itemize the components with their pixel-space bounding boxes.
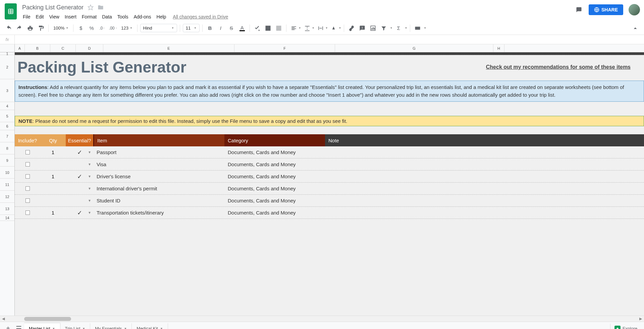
- category-cell[interactable]: Documents, Cards and Money: [224, 186, 325, 191]
- include-cell[interactable]: [15, 210, 40, 215]
- row-header-6[interactable]: 6: [0, 122, 14, 130]
- comments-icon[interactable]: [575, 5, 583, 14]
- scroll-left-icon[interactable]: ◀: [0, 317, 7, 321]
- category-cell[interactable]: Documents, Cards and Money: [224, 161, 325, 167]
- text-wrap-icon[interactable]: [316, 23, 325, 33]
- formula-input[interactable]: [15, 35, 644, 44]
- col-header-D[interactable]: D: [76, 44, 103, 52]
- decrease-decimal-icon[interactable]: .0←: [98, 23, 107, 33]
- menu-addons[interactable]: Add-ons: [131, 13, 154, 21]
- menu-edit[interactable]: Edit: [33, 13, 47, 21]
- qty-cell[interactable]: 1: [40, 210, 66, 216]
- item-cell[interactable]: Passport: [93, 149, 224, 155]
- keyboard-icon[interactable]: [413, 23, 422, 33]
- col-header-E[interactable]: E: [103, 44, 234, 52]
- save-status[interactable]: All changes saved in Drive: [173, 14, 228, 19]
- row-header-2[interactable]: 2: [0, 55, 14, 79]
- item-cell[interactable]: Student ID: [93, 198, 224, 203]
- functions-icon[interactable]: Σ: [394, 23, 403, 33]
- qty-cell[interactable]: 1: [40, 149, 66, 155]
- col-header-G[interactable]: G: [335, 44, 493, 52]
- include-cell[interactable]: [15, 186, 40, 191]
- checkbox-icon[interactable]: [25, 186, 30, 191]
- qty-cell[interactable]: 1: [40, 174, 66, 179]
- row-header-13[interactable]: 13: [0, 203, 14, 215]
- menu-help[interactable]: Help: [154, 13, 169, 21]
- essential-cell[interactable]: ✓▼: [66, 149, 93, 156]
- col-header-B[interactable]: B: [25, 44, 50, 52]
- item-cell[interactable]: Visa: [93, 161, 224, 167]
- text-color-icon[interactable]: A: [237, 23, 247, 33]
- col-header-H[interactable]: H: [493, 44, 504, 52]
- menu-data[interactable]: Data: [99, 13, 115, 21]
- scroll-thumb[interactable]: [24, 317, 71, 321]
- recommendations-link[interactable]: Check out my recommendations for some of…: [486, 64, 644, 70]
- user-avatar[interactable]: [629, 4, 640, 15]
- checkbox-icon[interactable]: [25, 150, 30, 154]
- filter-icon[interactable]: [379, 23, 388, 33]
- font-size-select[interactable]: 11▼: [183, 24, 200, 32]
- checkbox-icon[interactable]: [25, 174, 30, 179]
- menu-tools[interactable]: Tools: [115, 13, 131, 21]
- currency-icon[interactable]: $: [76, 23, 86, 33]
- essential-cell[interactable]: ✓▼: [66, 173, 93, 180]
- share-button[interactable]: SHARE: [589, 4, 623, 15]
- document-title[interactable]: Packing List Generator: [20, 3, 86, 12]
- borders-icon[interactable]: [263, 23, 273, 33]
- zoom-select[interactable]: 100%▼: [51, 24, 70, 32]
- percent-icon[interactable]: %: [87, 23, 96, 33]
- select-all-corner[interactable]: [0, 44, 15, 52]
- row-header-12[interactable]: 12: [0, 191, 14, 203]
- col-header-C[interactable]: C: [50, 44, 76, 52]
- add-sheet-icon[interactable]: +: [3, 323, 13, 329]
- all-sheets-icon[interactable]: ☰: [13, 323, 24, 329]
- strikethrough-icon[interactable]: S: [227, 23, 236, 33]
- dropdown-icon[interactable]: ▼: [88, 162, 91, 166]
- include-cell[interactable]: [15, 174, 40, 179]
- collapse-toolbar-icon[interactable]: [631, 23, 640, 33]
- increase-decimal-icon[interactable]: .00→: [108, 23, 118, 33]
- item-cell[interactable]: Transportation tickets/itinerary: [93, 210, 224, 216]
- font-select[interactable]: Hind▼: [140, 24, 177, 32]
- category-cell[interactable]: Documents, Cards and Money: [224, 149, 325, 155]
- menu-insert[interactable]: Insert: [62, 13, 79, 21]
- tab-medical-kit[interactable]: Medical Kit▼: [132, 323, 168, 329]
- item-cell[interactable]: International driver's permit: [93, 186, 224, 191]
- dropdown-icon[interactable]: ▼: [88, 150, 91, 154]
- menu-view[interactable]: View: [47, 13, 62, 21]
- row-header-8[interactable]: 8: [0, 142, 14, 154]
- horizontal-align-icon[interactable]: [289, 23, 299, 33]
- row-header-4[interactable]: 4: [0, 102, 14, 110]
- move-folder-icon[interactable]: [96, 3, 106, 12]
- undo-icon[interactable]: [4, 23, 13, 33]
- insert-link-icon[interactable]: [347, 23, 356, 33]
- include-cell[interactable]: [15, 198, 40, 203]
- merge-cells-icon[interactable]: [274, 23, 283, 33]
- tab-my-essentials[interactable]: My Essentials▼: [90, 323, 132, 329]
- scroll-right-icon[interactable]: ▶: [637, 317, 644, 321]
- include-cell[interactable]: [15, 150, 40, 154]
- row-header-1[interactable]: 1: [0, 52, 14, 55]
- row-header-3[interactable]: 3: [0, 79, 14, 102]
- row-header-9[interactable]: 9: [0, 154, 14, 167]
- menu-file[interactable]: File: [20, 13, 33, 21]
- explore-button[interactable]: ✦ Explore: [610, 324, 641, 329]
- row-header-14[interactable]: 14: [0, 215, 14, 221]
- menu-format[interactable]: Format: [79, 13, 99, 21]
- checkbox-icon[interactable]: [25, 198, 30, 203]
- tab-trip-list[interactable]: Trip List▼: [60, 323, 91, 329]
- dropdown-icon[interactable]: ▼: [88, 175, 91, 178]
- row-header-7[interactable]: 7: [0, 130, 14, 142]
- category-cell[interactable]: Documents, Cards and Money: [224, 210, 325, 216]
- horizontal-scrollbar[interactable]: ◀ ▶: [0, 316, 644, 322]
- print-icon[interactable]: [25, 23, 35, 33]
- sheets-app-icon[interactable]: [4, 3, 17, 20]
- category-cell[interactable]: Documents, Cards and Money: [224, 174, 325, 179]
- item-cell[interactable]: Driver's license: [93, 174, 224, 179]
- dropdown-icon[interactable]: ▼: [88, 199, 91, 202]
- include-cell[interactable]: [15, 162, 40, 167]
- italic-icon[interactable]: I: [216, 23, 225, 33]
- dropdown-icon[interactable]: ▼: [88, 187, 91, 190]
- row-header-10[interactable]: 10: [0, 167, 14, 179]
- col-header-F[interactable]: F: [234, 44, 335, 52]
